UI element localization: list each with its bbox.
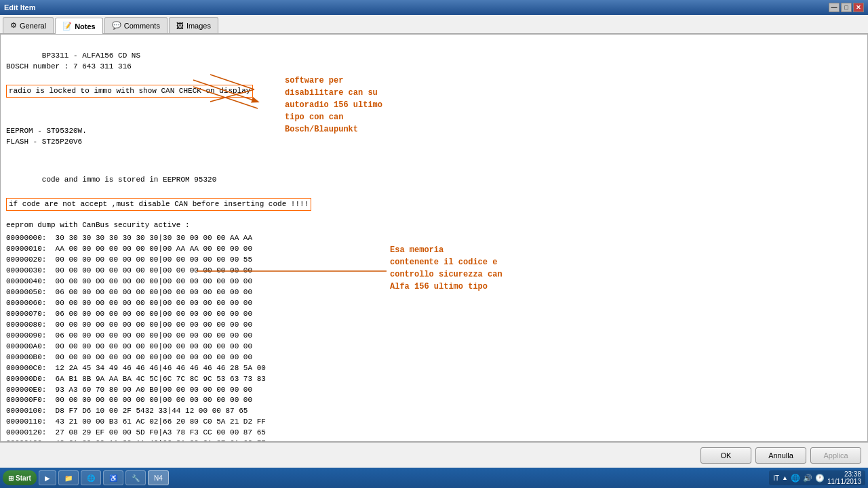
maximize-button[interactable]: □ [841, 3, 852, 12]
clock-icon: 🕐 [815, 474, 825, 483]
close-button[interactable]: ✕ [853, 3, 864, 12]
title-bar: Edit Item — □ ✕ [0, 0, 868, 15]
window-title: Edit Item [4, 3, 35, 12]
main-content-area: BP3311 - ALFA156 CD NS BOSCH number : 7 … [0, 34, 868, 442]
taskbar-accessibility[interactable]: ♿ [103, 470, 123, 485]
section-1: EEPROM - ST95320W. FLASH - ST25P20V6 [6, 104, 862, 159]
taskbar-explorer[interactable]: 📁 [58, 470, 79, 485]
clock-time: 23:38 [827, 470, 861, 478]
gear-icon: ⚙ [10, 21, 17, 30]
notes-icon: 📝 [62, 22, 72, 30]
speaker-icon: 🔊 [803, 474, 812, 483]
ok-button[interactable]: OK [701, 447, 751, 464]
highlighted-line-1: radio is locked to immo with show CAN CH… [6, 85, 253, 98]
tab-comments[interactable]: 💬 Comments [104, 17, 167, 33]
content-scroll[interactable]: BP3311 - ALFA156 CD NS BOSCH number : 7 … [1, 35, 867, 441]
section-2-header: code and immo is stored in EEPROM 95320 [6, 164, 862, 197]
comments-icon: 💬 [112, 21, 121, 30]
start-button[interactable]: ⊞ Start [3, 470, 37, 485]
taskbar-tool[interactable]: 🔧 [125, 470, 146, 485]
cancel-button[interactable]: Annulla [755, 447, 806, 464]
tab-notes[interactable]: 📝 Notes [55, 18, 103, 34]
eeprom-dump-section: eeprom dump with CanBus security active … [6, 220, 862, 441]
minimize-button[interactable]: — [829, 3, 840, 12]
taskbar: ⊞ Start ▶ 📁 🌐 ♿ 🔧 N4 IT ▲ 🌐 🔊 🕐 23:38 11… [0, 468, 868, 488]
tray-arrow-icon[interactable]: ▲ [782, 474, 788, 481]
tab-bar: ⚙ General 📝 Notes 💬 Comments 🖼 Images [0, 15, 868, 34]
header-section: BP3311 - ALFA156 CD NS BOSCH number : 7 … [6, 40, 862, 83]
lang-indicator: IT [773, 474, 779, 482]
network-icon: 🌐 [791, 474, 800, 483]
tab-images[interactable]: 🖼 Images [169, 17, 218, 33]
tab-general[interactable]: ⚙ General [3, 17, 54, 33]
taskbar-browser[interactable]: 🌐 [81, 470, 101, 485]
content-wrapper: BP3311 - ALFA156 CD NS BOSCH number : 7 … [6, 40, 862, 441]
start-icon: ⊞ [8, 474, 14, 482]
taskbar-media-player[interactable]: ▶ [39, 470, 56, 485]
eeprom-header: eeprom dump with CanBus security active … [6, 220, 862, 230]
hex-dump-content: 00000000: 30 30 30 30 30 30 30 30|30 30 … [6, 233, 862, 441]
highlighted-line-2: if code are not accept ,must disable CAN… [6, 198, 311, 211]
apply-button[interactable]: Applica [810, 447, 861, 464]
highlighted-section-2: if code are not accept ,must disable CAN… [6, 198, 311, 211]
window-controls: — □ ✕ [829, 3, 864, 12]
taskbar-tray: IT ▲ 🌐 🔊 🕐 23:38 11/11/2013 [769, 470, 865, 485]
taskbar-n4[interactable]: N4 [148, 470, 169, 485]
highlighted-section-1: radio is locked to immo with show CAN CH… [6, 85, 253, 98]
n4-icon: N4 [154, 474, 163, 482]
header-line-2: BOSCH number : 7 643 311 316 [6, 62, 132, 70]
button-bar: OK Annulla Applica [0, 442, 868, 468]
clock-date: 11/11/2013 [827, 478, 861, 485]
images-icon: 🖼 [176, 22, 184, 30]
header-line-1: BP3311 - ALFA156 CD NS [42, 52, 140, 60]
